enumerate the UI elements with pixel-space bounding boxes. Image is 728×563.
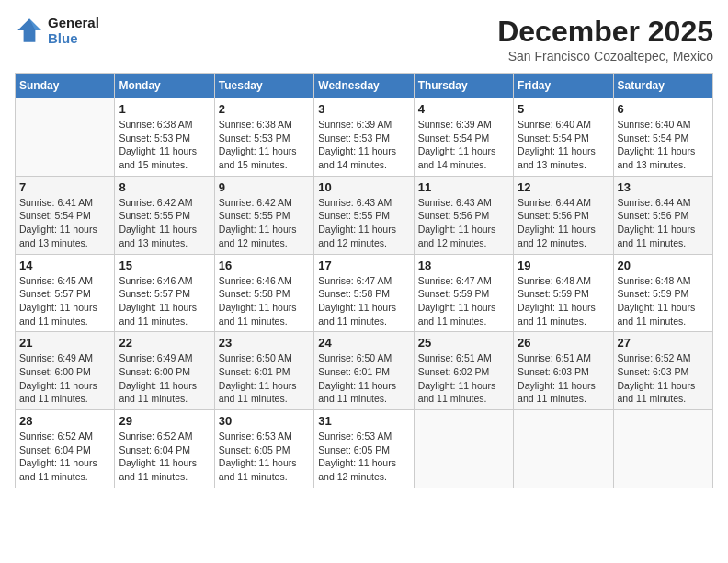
title-block: December 2025 San Francisco Cozoaltepec,… — [497, 15, 713, 63]
calendar-cell: 6Sunrise: 6:40 AMSunset: 5:54 PMDaylight… — [613, 98, 712, 177]
calendar-cell: 23Sunrise: 6:50 AMSunset: 6:01 PMDayligh… — [214, 332, 313, 410]
sun-info: Sunrise: 6:53 AMSunset: 6:05 PMDaylight:… — [219, 430, 310, 484]
calendar-cell: 16Sunrise: 6:46 AMSunset: 5:58 PMDayligh… — [214, 254, 313, 332]
calendar-week-row: 21Sunrise: 6:49 AMSunset: 6:00 PMDayligh… — [16, 332, 713, 410]
day-number: 1 — [119, 102, 210, 116]
sun-info: Sunrise: 6:50 AMSunset: 6:01 PMDaylight:… — [219, 351, 310, 406]
day-number: 18 — [418, 259, 509, 272]
calendar-cell: 2Sunrise: 6:38 AMSunset: 5:53 PMDaylight… — [214, 98, 313, 177]
calendar-cell: 15Sunrise: 6:46 AMSunset: 5:57 PMDayligh… — [115, 254, 214, 332]
month-title: December 2025 — [497, 15, 713, 49]
sun-info: Sunrise: 6:40 AMSunset: 5:54 PMDaylight:… — [618, 118, 709, 172]
sun-info: Sunrise: 6:49 AMSunset: 6:00 PMDaylight:… — [119, 351, 210, 406]
calendar-cell: 7Sunrise: 6:41 AMSunset: 5:54 PMDaylight… — [16, 176, 115, 254]
sun-info: Sunrise: 6:53 AMSunset: 6:05 PMDaylight:… — [318, 430, 409, 484]
calendar-cell: 3Sunrise: 6:39 AMSunset: 5:53 PMDaylight… — [314, 98, 414, 177]
calendar-cell — [514, 410, 613, 488]
calendar-cell: 14Sunrise: 6:45 AMSunset: 5:57 PMDayligh… — [16, 254, 115, 332]
day-number: 25 — [418, 336, 509, 350]
calendar-table: SundayMondayTuesdayWednesdayThursdayFrid… — [15, 73, 713, 488]
calendar-cell: 10Sunrise: 6:43 AMSunset: 5:55 PMDayligh… — [314, 176, 414, 254]
calendar-cell: 24Sunrise: 6:50 AMSunset: 6:01 PMDayligh… — [314, 332, 414, 410]
sun-info: Sunrise: 6:48 AMSunset: 5:59 PMDaylight:… — [518, 274, 609, 328]
day-number: 4 — [418, 102, 509, 116]
page-header: General Blue December 2025 San Francisco… — [15, 15, 713, 63]
day-number: 26 — [518, 336, 609, 350]
sun-info: Sunrise: 6:50 AMSunset: 6:01 PMDaylight:… — [318, 351, 409, 406]
day-number: 31 — [318, 414, 409, 428]
day-number: 14 — [19, 259, 110, 272]
calendar-week-row: 7Sunrise: 6:41 AMSunset: 5:54 PMDaylight… — [16, 176, 713, 254]
sun-info: Sunrise: 6:47 AMSunset: 5:59 PMDaylight:… — [418, 274, 509, 328]
day-number: 7 — [19, 180, 110, 194]
day-number: 27 — [618, 336, 709, 350]
sun-info: Sunrise: 6:51 AMSunset: 6:03 PMDaylight:… — [518, 351, 609, 406]
calendar-cell: 31Sunrise: 6:53 AMSunset: 6:05 PMDayligh… — [314, 410, 414, 488]
day-number: 20 — [618, 259, 709, 272]
sun-info: Sunrise: 6:51 AMSunset: 6:02 PMDaylight:… — [418, 351, 509, 406]
calendar-cell: 4Sunrise: 6:39 AMSunset: 5:54 PMDaylight… — [414, 98, 513, 177]
logo-text: General Blue — [48, 15, 99, 46]
calendar-header-row: SundayMondayTuesdayWednesdayThursdayFrid… — [16, 74, 713, 98]
calendar-cell: 12Sunrise: 6:44 AMSunset: 5:56 PMDayligh… — [514, 176, 613, 254]
sun-info: Sunrise: 6:44 AMSunset: 5:56 PMDaylight:… — [518, 196, 609, 250]
sun-info: Sunrise: 6:39 AMSunset: 5:53 PMDaylight:… — [318, 118, 409, 172]
sun-info: Sunrise: 6:42 AMSunset: 5:55 PMDaylight:… — [219, 196, 310, 250]
day-number: 5 — [518, 102, 609, 116]
day-number: 15 — [119, 259, 210, 272]
sun-info: Sunrise: 6:40 AMSunset: 5:54 PMDaylight:… — [518, 118, 609, 172]
day-number: 9 — [219, 180, 310, 194]
calendar-cell: 18Sunrise: 6:47 AMSunset: 5:59 PMDayligh… — [414, 254, 513, 332]
calendar-cell: 27Sunrise: 6:52 AMSunset: 6:03 PMDayligh… — [613, 332, 712, 410]
day-number: 24 — [318, 336, 409, 350]
location-title: San Francisco Cozoaltepec, Mexico — [497, 49, 713, 63]
day-number: 3 — [318, 102, 409, 116]
calendar-cell: 19Sunrise: 6:48 AMSunset: 5:59 PMDayligh… — [514, 254, 613, 332]
day-number: 13 — [618, 180, 709, 194]
logo: General Blue — [15, 15, 99, 46]
day-number: 17 — [318, 259, 409, 272]
weekday-header: Saturday — [613, 74, 712, 98]
calendar-cell: 25Sunrise: 6:51 AMSunset: 6:02 PMDayligh… — [414, 332, 513, 410]
day-number: 6 — [618, 102, 709, 116]
sun-info: Sunrise: 6:43 AMSunset: 5:55 PMDaylight:… — [318, 196, 409, 250]
sun-info: Sunrise: 6:38 AMSunset: 5:53 PMDaylight:… — [219, 118, 310, 172]
day-number: 2 — [219, 102, 310, 116]
day-number: 10 — [318, 180, 409, 194]
sun-info: Sunrise: 6:43 AMSunset: 5:56 PMDaylight:… — [418, 196, 509, 250]
day-number: 19 — [518, 259, 609, 272]
calendar-week-row: 28Sunrise: 6:52 AMSunset: 6:04 PMDayligh… — [16, 410, 713, 488]
sun-info: Sunrise: 6:52 AMSunset: 6:04 PMDaylight:… — [119, 430, 210, 484]
sun-info: Sunrise: 6:49 AMSunset: 6:00 PMDaylight:… — [19, 351, 110, 406]
calendar-cell: 22Sunrise: 6:49 AMSunset: 6:00 PMDayligh… — [115, 332, 214, 410]
sun-info: Sunrise: 6:42 AMSunset: 5:55 PMDaylight:… — [119, 196, 210, 250]
day-number: 22 — [119, 336, 210, 350]
sun-info: Sunrise: 6:52 AMSunset: 6:03 PMDaylight:… — [618, 351, 709, 406]
calendar-cell: 29Sunrise: 6:52 AMSunset: 6:04 PMDayligh… — [115, 410, 214, 488]
weekday-header: Sunday — [16, 74, 115, 98]
weekday-header: Wednesday — [314, 74, 414, 98]
weekday-header: Thursday — [414, 74, 513, 98]
day-number: 28 — [19, 414, 110, 428]
sun-info: Sunrise: 6:48 AMSunset: 5:59 PMDaylight:… — [618, 274, 709, 328]
sun-info: Sunrise: 6:46 AMSunset: 5:57 PMDaylight:… — [119, 274, 210, 328]
weekday-header: Tuesday — [214, 74, 313, 98]
calendar-cell — [16, 98, 115, 177]
calendar-cell: 1Sunrise: 6:38 AMSunset: 5:53 PMDaylight… — [115, 98, 214, 177]
sun-info: Sunrise: 6:52 AMSunset: 6:04 PMDaylight:… — [19, 430, 110, 484]
calendar-cell: 13Sunrise: 6:44 AMSunset: 5:56 PMDayligh… — [613, 176, 712, 254]
day-number: 11 — [418, 180, 509, 194]
calendar-week-row: 1Sunrise: 6:38 AMSunset: 5:53 PMDaylight… — [16, 98, 713, 177]
day-number: 23 — [219, 336, 310, 350]
calendar-cell — [414, 410, 513, 488]
day-number: 30 — [219, 414, 310, 428]
logo-icon — [15, 16, 44, 45]
calendar-cell: 20Sunrise: 6:48 AMSunset: 5:59 PMDayligh… — [613, 254, 712, 332]
calendar-cell: 11Sunrise: 6:43 AMSunset: 5:56 PMDayligh… — [414, 176, 513, 254]
calendar-cell: 17Sunrise: 6:47 AMSunset: 5:58 PMDayligh… — [314, 254, 414, 332]
calendar-cell: 26Sunrise: 6:51 AMSunset: 6:03 PMDayligh… — [514, 332, 613, 410]
sun-info: Sunrise: 6:38 AMSunset: 5:53 PMDaylight:… — [119, 118, 210, 172]
weekday-header: Friday — [514, 74, 613, 98]
calendar-cell: 9Sunrise: 6:42 AMSunset: 5:55 PMDaylight… — [214, 176, 313, 254]
day-number: 8 — [119, 180, 210, 194]
